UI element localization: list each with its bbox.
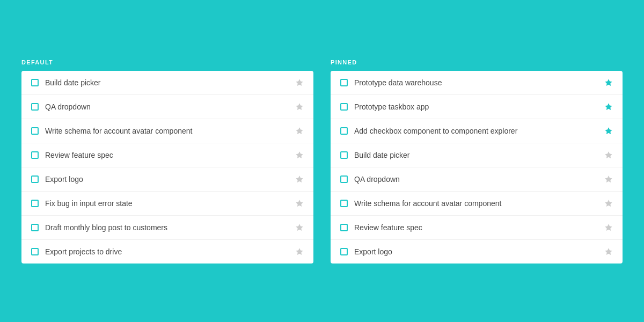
- list-item: Add checkbox component to component expl…: [331, 119, 623, 143]
- task-label: Prototype taskbox app: [354, 103, 598, 111]
- star-empty-icon[interactable]: [604, 199, 613, 208]
- star-filled-icon[interactable]: [604, 78, 613, 87]
- task-label: Review feature spec: [354, 223, 598, 232]
- task-label: Build date picker: [354, 151, 598, 159]
- task-label: Write schema for account avatar componen…: [354, 199, 598, 208]
- list-item: QA dropdown: [21, 95, 313, 119]
- star-empty-icon[interactable]: [295, 103, 304, 111]
- panel-pinned: Prototype data warehouse Prototype taskb…: [331, 71, 623, 264]
- list-item: QA dropdown: [331, 167, 623, 192]
- star-empty-icon[interactable]: [295, 247, 304, 256]
- task-checkbox[interactable]: [340, 200, 348, 207]
- task-label: Prototype data warehouse: [354, 78, 598, 87]
- list-item: Build date picker: [21, 71, 313, 95]
- task-checkbox[interactable]: [31, 79, 39, 86]
- task-checkbox[interactable]: [31, 224, 39, 231]
- star-empty-icon[interactable]: [604, 223, 613, 232]
- list-item: Export projects to drive: [21, 240, 313, 264]
- task-label: Export logo: [354, 247, 598, 256]
- star-empty-icon[interactable]: [295, 223, 304, 232]
- list-item: Export logo: [21, 167, 313, 192]
- task-checkbox[interactable]: [31, 127, 39, 135]
- task-checkbox[interactable]: [340, 175, 348, 183]
- task-checkbox[interactable]: [31, 248, 39, 255]
- star-empty-icon[interactable]: [604, 247, 613, 256]
- panel-wrapper-default: DEFAULTBuild date picker QA dropdown Wri…: [21, 59, 313, 264]
- task-checkbox[interactable]: [31, 200, 39, 207]
- list-item: Build date picker: [331, 143, 623, 167]
- panels-container: DEFAULTBuild date picker QA dropdown Wri…: [0, 38, 644, 285]
- star-empty-icon[interactable]: [604, 151, 613, 159]
- task-checkbox[interactable]: [340, 79, 348, 86]
- task-label: Export projects to drive: [45, 247, 289, 256]
- list-item: Review feature spec: [331, 216, 623, 240]
- star-empty-icon[interactable]: [295, 127, 304, 135]
- task-checkbox[interactable]: [340, 127, 348, 135]
- list-item: Fix bug in input error state: [21, 192, 313, 216]
- task-label: Add checkbox component to component expl…: [354, 127, 598, 135]
- panel-default: Build date picker QA dropdown Write sche…: [21, 71, 313, 264]
- task-checkbox[interactable]: [340, 224, 348, 231]
- panel-wrapper-pinned: PINNEDPrototype data warehouse Prototype…: [331, 59, 623, 264]
- star-empty-icon[interactable]: [295, 199, 304, 208]
- task-checkbox[interactable]: [340, 151, 348, 159]
- task-checkbox[interactable]: [340, 248, 348, 255]
- list-item: Review feature spec: [21, 143, 313, 167]
- task-checkbox[interactable]: [31, 175, 39, 183]
- list-item: Write schema for account avatar componen…: [21, 119, 313, 143]
- list-item: Prototype taskbox app: [331, 95, 623, 119]
- star-filled-icon[interactable]: [604, 127, 613, 135]
- star-empty-icon[interactable]: [295, 151, 304, 159]
- star-empty-icon[interactable]: [604, 175, 613, 184]
- task-label: Review feature spec: [45, 151, 289, 159]
- star-filled-icon[interactable]: [604, 103, 613, 111]
- task-checkbox[interactable]: [340, 103, 348, 111]
- task-label: Export logo: [45, 175, 289, 184]
- panel-label-pinned: PINNED: [331, 59, 623, 65]
- panel-label-default: DEFAULT: [21, 59, 313, 65]
- task-label: Build date picker: [45, 78, 289, 87]
- task-label: QA dropdown: [45, 103, 289, 111]
- task-label: Write schema for account avatar componen…: [45, 127, 289, 135]
- list-item: Prototype data warehouse: [331, 71, 623, 95]
- task-checkbox[interactable]: [31, 151, 39, 159]
- task-label: QA dropdown: [354, 175, 598, 184]
- list-item: Draft monthly blog post to customers: [21, 216, 313, 240]
- list-item: Write schema for account avatar componen…: [331, 192, 623, 216]
- task-label: Fix bug in input error state: [45, 199, 289, 208]
- star-empty-icon[interactable]: [295, 78, 304, 87]
- star-empty-icon[interactable]: [295, 175, 304, 184]
- task-checkbox[interactable]: [31, 103, 39, 111]
- list-item: Export logo: [331, 240, 623, 264]
- task-label: Draft monthly blog post to customers: [45, 223, 289, 232]
